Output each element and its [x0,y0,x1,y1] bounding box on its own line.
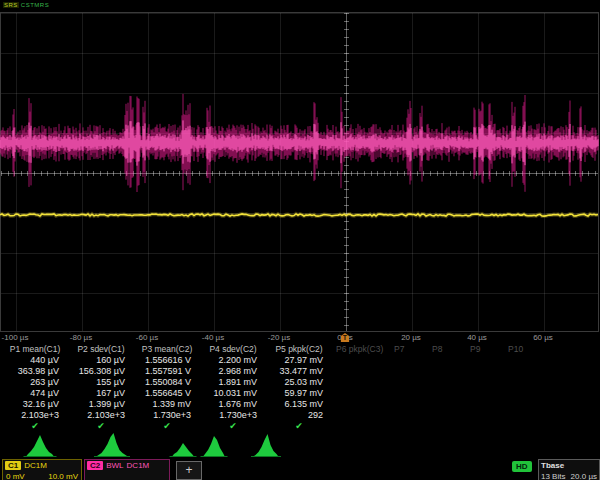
histicon-baseline [201,456,228,457]
measure-value: 1.339 mV [134,399,200,410]
channel1-descriptor-box[interactable]: C1 DC1M 0 mV 10.0 mV [2,459,82,480]
measure-value [428,388,466,399]
time-axis-label: -80 µs [70,333,92,342]
timebase-per-div: 20.0 µs [571,471,597,480]
waveform-traces[interactable] [0,12,599,332]
measure-value [466,399,504,410]
measure-value: 1.557591 V [134,366,200,377]
measure-row-value: 440 µV160 µV1.556616 V2.200 mV27.97 mV [2,355,598,366]
histicon-baseline [94,456,130,457]
channel2-descriptor-box[interactable]: C2 BWL DC1M [84,459,170,480]
meas-col-header-p9[interactable]: P9 [466,344,504,355]
measure-value [428,355,466,366]
measure-value: 1.891 mV [200,377,266,388]
measure-value: 1.676 mV [200,399,266,410]
measure-value: 474 µV [2,388,68,399]
time-axis: -100 µs-80 µs-60 µs-40 µs-20 µs0 µs20 µs… [0,333,600,344]
measure-value: 32.16 µV [2,399,68,410]
measure-value [504,355,542,366]
measure-row-min: 263 µV155 µV1.550084 V1.891 mV25.03 mV [2,377,598,388]
measure-value [466,377,504,388]
meas-col-header-p6[interactable]: P6 pkpk(C3) [332,344,390,355]
measure-value [428,410,466,421]
measure-value: 27.97 mV [266,355,332,366]
measure-value: 1.730e+3 [134,410,200,421]
measure-value [504,410,542,421]
measure-value [504,377,542,388]
meas-col-header-p7[interactable]: P7 [390,344,428,355]
annotation-right: CSTMRS [21,2,49,8]
measure-value: 2.103e+3 [68,410,134,421]
measurement-body: 440 µV160 µV1.556616 V2.200 mV27.97 mV36… [2,355,598,432]
measure-value [466,355,504,366]
histicon[interactable] [204,436,225,456]
measure-value [332,388,390,399]
measure-value [390,410,428,421]
measure-row-max: 474 µV167 µV1.556645 V10.031 mV59.97 mV [2,388,598,399]
annotation-left: SRS [3,2,19,8]
measure-value [390,377,428,388]
measure-value [466,388,504,399]
measure-value [390,399,428,410]
measure-value [332,366,390,377]
oscilloscope-screen: SRSCSTMRS -100 µs-80 µs-60 µs-40 µs-20 µ… [0,0,600,480]
measure-value [466,410,504,421]
measure-value [428,377,466,388]
meas-col-header-p3[interactable]: P3 mean(C2) [134,344,200,355]
measure-value: 1.556645 V [134,388,200,399]
channel2-chip: C2 [87,461,103,470]
measure-value: 6.135 mV [266,399,332,410]
measure-value [428,366,466,377]
timebase-descriptor-box[interactable]: Tbase 13 Bits 20.0 µs [538,459,600,480]
measure-value [504,388,542,399]
measure-value: 156.308 µV [68,366,134,377]
timebase-label: Tbase [541,461,564,470]
hd-mode-badge: HD [512,461,532,472]
time-axis-label: -40 µs [202,333,224,342]
measure-value [504,399,542,410]
measure-value [504,366,542,377]
channel1-offset: 0 mV [6,471,25,480]
add-trace-button[interactable]: + [176,461,202,480]
measure-row-num: 2.103e+32.103e+31.730e+31.730e+3292 [2,410,598,421]
measure-value: 263 µV [2,377,68,388]
measure-value: 160 µV [68,355,134,366]
time-axis-label: 40 µs [467,333,487,342]
measure-value: 363.98 µV [2,366,68,377]
histicon-baseline [24,456,57,457]
measurement-histicons [0,431,600,458]
channel1-chip: C1 [5,461,21,470]
measure-value: 155 µV [68,377,134,388]
channel2-bwl-badge: BWL [106,461,123,470]
meas-col-header-p5[interactable]: P5 pkpk(C2) [266,344,332,355]
measure-value [332,399,390,410]
meas-col-header-p2[interactable]: P2 sdev(C1) [68,344,134,355]
measure-row-mean: 363.98 µV156.308 µV1.557591 V2.968 mV33.… [2,366,598,377]
measure-value: 2.200 mV [200,355,266,366]
meas-col-header-p4[interactable]: P4 sdev(C2) [200,344,266,355]
measure-value: 167 µV [68,388,134,399]
measure-row-sdev: 32.16 µV1.399 µV1.339 mV1.676 mV6.135 mV [2,399,598,410]
channel2-coupling: DC1M [127,461,150,470]
measure-value: 10.031 mV [200,388,266,399]
measure-value [332,377,390,388]
meas-col-header-p1[interactable]: P1 mean(C1) [2,344,68,355]
measure-value [390,366,428,377]
time-axis-label: -100 µs [2,333,29,342]
histicon-baseline [170,456,197,457]
measure-value [390,388,428,399]
measure-value: 59.97 mV [266,388,332,399]
measure-value: 2.968 mV [200,366,266,377]
histicon[interactable] [173,443,194,456]
histicon[interactable] [254,434,278,456]
measurement-table: P1 mean(C1)P2 sdev(C1)P3 mean(C2)P4 sdev… [2,344,598,432]
time-axis-label: 60 µs [533,333,553,342]
top-annotation: SRSCSTMRS [3,2,49,8]
histicon[interactable] [97,433,127,456]
histicon[interactable] [27,435,54,456]
measurement-header-row: P1 mean(C1)P2 sdev(C1)P3 mean(C2)P4 sdev… [2,344,598,355]
channel1-scale: 10.0 mV [48,471,78,480]
meas-col-header-p8[interactable]: P8 [428,344,466,355]
measure-value: 1.556616 V [134,355,200,366]
meas-col-header-p10[interactable]: P10 [504,344,542,355]
